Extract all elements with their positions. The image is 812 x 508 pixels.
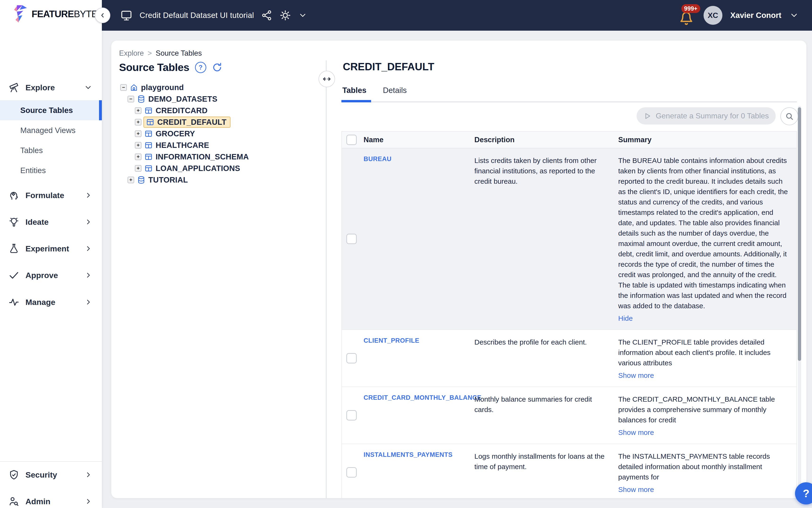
sidebar-item-manage[interactable]: Manage: [0, 294, 102, 310]
connection-home-icon: [130, 83, 138, 92]
table-name-link[interactable]: BUREAU: [364, 156, 392, 163]
sidebar-item-label: Admin: [26, 497, 50, 506]
refresh-icon[interactable]: [212, 62, 222, 73]
workspace-monitor-icon: [120, 9, 133, 22]
tree-item-playground[interactable]: − playground: [120, 82, 318, 93]
tree-item-information-schema[interactable]: + INFORMATION_SCHEMA: [120, 151, 318, 163]
sidebar-item-label: Explore: [26, 83, 55, 92]
sidebar-item-explore[interactable]: Explore: [0, 79, 102, 96]
column-header-description: Description: [472, 132, 616, 148]
show-more-link[interactable]: Show more: [618, 372, 654, 379]
tree-item-label: DEMO_DATASETS: [148, 94, 217, 103]
activity-pulse-icon: [8, 297, 19, 307]
table-row-credit-card-monthly-balance: CREDIT_CARD_MONTHLY_BALANCE Monthly bala…: [342, 387, 797, 444]
tree-item-grocery[interactable]: + GROCERY: [120, 128, 318, 139]
tab-bar: Tables Details: [342, 86, 408, 95]
tree-item-loan-applications[interactable]: + LOAN_APPLICATIONS: [120, 163, 318, 174]
tree-expand-toggle[interactable]: +: [128, 177, 134, 183]
user-search-icon: [8, 496, 19, 507]
database-icon: [137, 176, 145, 184]
tree-item-label: TUTORIAL: [148, 175, 188, 184]
tab-tables[interactable]: Tables: [342, 86, 367, 95]
row-checkbox[interactable]: [346, 234, 357, 244]
breadcrumb-parent[interactable]: Explore: [119, 49, 144, 57]
featurebyte-logo-mark: [13, 5, 28, 23]
explore-subnav: Source Tables Managed Views Tables Entit…: [0, 100, 102, 180]
tree-item-label: CREDITCARD: [155, 106, 208, 115]
row-checkbox[interactable]: [346, 353, 357, 364]
resize-arrows-icon: [322, 74, 331, 84]
database-icon: [137, 95, 145, 103]
tree-collapse-toggle[interactable]: −: [128, 96, 134, 102]
table-summary: The CREDIT_CARD_MONTHLY_BALANCE table pr…: [618, 394, 790, 425]
tab-details[interactable]: Details: [382, 86, 408, 95]
table-summary: The BUREAU table contains information ab…: [618, 156, 790, 311]
help-icon[interactable]: ?: [195, 62, 206, 73]
user-menu-chevron-icon[interactable]: [790, 11, 799, 20]
select-all-checkbox[interactable]: [346, 135, 357, 145]
head-gear-icon: [8, 190, 19, 201]
tree-item-tutorial[interactable]: + TUTORIAL: [120, 174, 318, 185]
right-panel-title: CREDIT_DEFAULT: [343, 61, 434, 73]
tree-collapse-toggle[interactable]: −: [120, 84, 127, 91]
sidebar-item-admin[interactable]: Admin: [0, 493, 102, 508]
table-summary: The INSTALLMENTS_PAYMENTS table records …: [618, 451, 790, 482]
sidebar-item-entities[interactable]: Entities: [0, 160, 102, 180]
search-icon: [785, 112, 794, 121]
telescope-icon: [8, 82, 19, 93]
table-name-link[interactable]: INSTALLMENTS_PAYMENTS: [364, 451, 453, 458]
tree-expand-toggle[interactable]: +: [135, 165, 141, 172]
row-checkbox[interactable]: [346, 467, 357, 477]
show-more-link[interactable]: Show more: [618, 485, 654, 494]
breadcrumb: Explore > Source Tables: [119, 49, 202, 57]
hide-link[interactable]: Hide: [618, 314, 633, 323]
scrollbar-thumb[interactable]: [798, 107, 801, 361]
tree-item-demo-datasets[interactable]: − DEMO_DATASETS: [120, 93, 318, 105]
table-search-button[interactable]: [780, 107, 798, 125]
featurebyte-logo: FEATUREBYTE: [13, 5, 97, 23]
tree-item-credit-default[interactable]: + CREDIT_DEFAULT: [120, 116, 318, 128]
notifications-bell-icon[interactable]: 999+: [677, 5, 695, 26]
tree-item-selected-highlight: CREDIT_DEFAULT: [143, 117, 231, 128]
table-description: Lists credits taken by clients from othe…: [472, 149, 616, 330]
table-icon: [144, 153, 153, 161]
panel-splitter-handle[interactable]: [319, 71, 335, 87]
generate-summary-button[interactable]: Generate a Summary for 0 Tables: [637, 107, 776, 125]
settings-gear-icon[interactable]: [279, 9, 291, 21]
chevron-down-icon: [84, 83, 92, 92]
tree-expand-toggle[interactable]: +: [135, 130, 141, 137]
sidebar-item-approve[interactable]: Approve: [0, 267, 102, 284]
tree-expand-toggle[interactable]: +: [135, 107, 141, 114]
sidebar-item-ideate[interactable]: Ideate: [0, 214, 102, 230]
notifications-badge: 999+: [681, 4, 700, 13]
help-fab-label: ?: [803, 487, 809, 500]
sidebar-item-label: Experiment: [26, 244, 69, 253]
subitem-label: Tables: [20, 146, 43, 155]
tree-item-creditcard[interactable]: + CREDITCARD: [120, 105, 318, 116]
tree-expand-toggle[interactable]: +: [135, 154, 141, 160]
sidebar-item-source-tables[interactable]: Source Tables: [0, 100, 102, 120]
user-avatar[interactable]: XC: [704, 6, 722, 25]
tree-expand-toggle[interactable]: +: [135, 142, 141, 149]
table-description: Logs monthly installments for loans at t…: [472, 444, 616, 498]
share-icon[interactable]: [261, 10, 272, 21]
tree-expand-toggle[interactable]: +: [135, 119, 141, 125]
row-checkbox[interactable]: [346, 410, 357, 421]
source-tables-tree: − playground − DEMO_DATASETS + CREDITCAR…: [120, 82, 318, 185]
sidebar-item-tables[interactable]: Tables: [0, 140, 102, 160]
sidebar-item-experiment[interactable]: Experiment: [0, 240, 102, 257]
generate-summary-label: Generate a Summary for 0 Tables: [656, 112, 769, 120]
sidebar-item-security[interactable]: Security: [0, 466, 102, 483]
show-more-link[interactable]: Show more: [618, 428, 654, 436]
sidebar-collapse-button[interactable]: [95, 7, 110, 23]
table-row-installments-payments: INSTALLMENTS_PAYMENTS Logs monthly insta…: [342, 444, 797, 498]
table-name-link[interactable]: CREDIT_CARD_MONTHLY_BALANCE: [364, 394, 482, 401]
project-menu-chevron-icon[interactable]: [298, 11, 307, 20]
sidebar-item-managed-views[interactable]: Managed Views: [0, 120, 102, 140]
tree-item-healthcare[interactable]: + HEALTHCARE: [120, 139, 318, 151]
sidebar-item-formulate[interactable]: Formulate: [0, 187, 102, 204]
column-header-summary: Summary: [616, 132, 797, 148]
table-name-link[interactable]: CLIENT_PROFILE: [364, 337, 419, 344]
project-title: Credit Default Dataset UI tutorial: [140, 11, 254, 20]
panel-splitter[interactable]: [326, 60, 326, 498]
